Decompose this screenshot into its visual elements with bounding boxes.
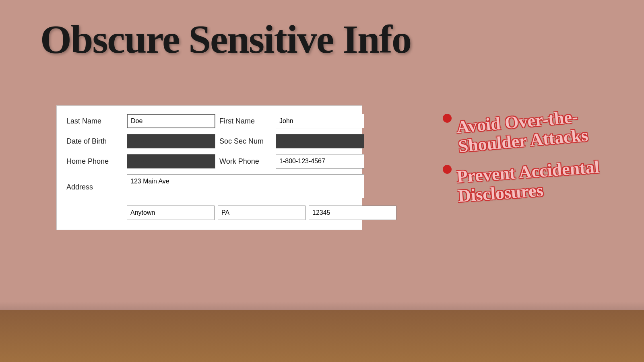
bullet-text-2: Prevent Accidental Disclosures bbox=[456, 156, 621, 206]
soc-sec-input[interactable] bbox=[276, 134, 364, 148]
address-field-container: 123 Main Ave bbox=[127, 174, 364, 200]
city-input[interactable] bbox=[127, 206, 215, 220]
first-name-label: First Name bbox=[219, 117, 272, 125]
bullet-dot-2 bbox=[443, 165, 452, 174]
soc-sec-label: Soc Sec Num bbox=[219, 137, 272, 146]
page-title: Obscure Sensitive Info bbox=[40, 16, 411, 62]
first-name-input[interactable] bbox=[276, 114, 364, 128]
last-name-label: Last Name bbox=[66, 117, 123, 125]
bullet-dot-1 bbox=[443, 114, 452, 123]
bullet-item-1: Avoid Over-the-Shoulder Attacks bbox=[443, 111, 620, 150]
form-grid: Last Name First Name Date of Birth Soc S… bbox=[66, 114, 352, 220]
form-panel: Last Name First Name Date of Birth Soc S… bbox=[56, 105, 362, 230]
dob-input[interactable] bbox=[127, 134, 215, 148]
address-input[interactable]: 123 Main Ave bbox=[127, 174, 364, 198]
last-name-input[interactable] bbox=[127, 114, 215, 128]
state-input[interactable] bbox=[218, 206, 305, 220]
zip-input[interactable] bbox=[309, 206, 396, 220]
bullet-item-2: Prevent Accidental Disclosures bbox=[443, 162, 620, 201]
home-phone-input[interactable] bbox=[127, 154, 215, 169]
city-state-zip-row bbox=[127, 206, 364, 220]
address-label: Address bbox=[66, 183, 123, 191]
home-phone-label: Home Phone bbox=[66, 157, 123, 166]
floor-background bbox=[0, 310, 644, 362]
bullet-text-1: Avoid Over-the-Shoulder Attacks bbox=[456, 104, 621, 157]
dob-label: Date of Birth bbox=[66, 137, 123, 146]
bullet-list: Avoid Over-the-Shoulder Attacks Prevent … bbox=[443, 111, 620, 213]
work-phone-input[interactable] bbox=[276, 154, 364, 169]
work-phone-label: Work Phone bbox=[219, 157, 272, 166]
